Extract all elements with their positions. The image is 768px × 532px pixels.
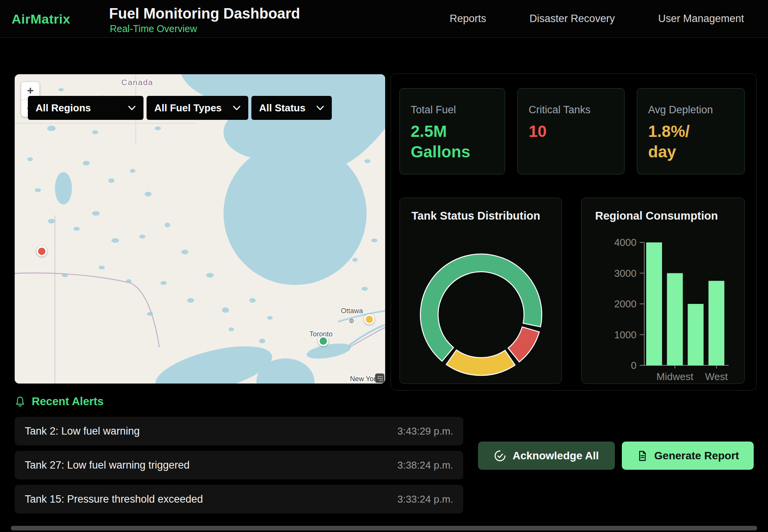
svg-text:4000: 4000: [614, 237, 637, 248]
top-bar: AirMatrix Fuel Monitoring Dashboard Real…: [0, 0, 768, 38]
horizontal-scrollbar[interactable]: [11, 526, 757, 530]
regional-consumption-chart-panel: Regional Consumption 01000200030004000Mi…: [581, 198, 745, 384]
alert-text: Tank 27: Low fuel warning triggered: [25, 459, 189, 471]
app-logo: AirMatrix: [12, 11, 70, 26]
alerts-title: Recent Alerts: [32, 395, 104, 408]
nav-user-management[interactable]: User Management: [658, 13, 744, 25]
alert-text: Tank 2: Low fuel warning: [25, 425, 140, 437]
donut-segment-critical: [508, 327, 539, 362]
map-marker-layer: [15, 74, 385, 384]
alert-row[interactable]: Tank 27: Low fuel warning triggered 3:38…: [15, 451, 463, 479]
chart-title: Tank Status Distribution: [411, 210, 540, 222]
stat-label: Critical Tanks: [529, 104, 613, 116]
svg-text:1000: 1000: [614, 329, 637, 341]
fuel-type-filter-value: All Fuel Types: [154, 102, 222, 114]
generate-report-label: Generate Report: [654, 450, 739, 462]
tank-status-chart-panel: Tank Status Distribution: [399, 198, 562, 384]
page-title: Fuel Monitoring Dashboard: [109, 5, 300, 22]
check-circle-icon: [494, 450, 506, 462]
svg-text:0: 0: [631, 360, 637, 371]
stat-value-avg-depletion: 1.8%/ day: [648, 121, 734, 162]
chevron-down-icon: [233, 106, 241, 111]
stat-card-avg-depletion: Avg Depletion 1.8%/ day: [637, 88, 745, 174]
nav-reports[interactable]: Reports: [450, 13, 486, 25]
nav-disaster-recovery[interactable]: Disaster Recovery: [529, 13, 615, 25]
overview-panel: Total Fuel 2.5M Gallons Critical Tanks 1…: [391, 73, 757, 390]
acknowledge-all-button[interactable]: Acknowledge All: [478, 442, 615, 470]
alert-row[interactable]: Tank 15: Pressure threshold exceeded 3:3…: [15, 485, 463, 513]
stat-card-critical-tanks: Critical Tanks 10: [517, 88, 625, 174]
stat-label: Avg Depletion: [648, 104, 734, 116]
alert-text: Tank 15: Pressure threshold exceeded: [25, 493, 203, 505]
tank-marker-critical[interactable]: [37, 246, 47, 257]
bell-icon: [15, 396, 26, 408]
acknowledge-all-label: Acknowledge All: [512, 450, 599, 462]
fuel-map[interactable]: Canada Ottawa Toronto New York + − All R…: [15, 74, 385, 384]
tank-marker-normal[interactable]: [318, 336, 329, 346]
chart-title: Regional Consumption: [595, 210, 718, 222]
generate-report-button[interactable]: Generate Report: [622, 442, 754, 470]
chevron-down-icon: [316, 106, 324, 111]
status-filter-value: All Status: [259, 102, 305, 114]
map-filter-bar: All Regions All Fuel Types All Status: [28, 96, 332, 120]
page-subtitle: Real-Time Overview: [110, 23, 197, 34]
chevron-down-icon: [128, 106, 136, 111]
svg-text:2000: 2000: [614, 298, 637, 310]
regional-consumption-bar-chart: 01000200030004000MidwestWest: [582, 225, 745, 384]
status-filter-dropdown[interactable]: All Status: [251, 96, 332, 120]
alerts-header: Recent Alerts: [15, 395, 104, 408]
stat-card-total-fuel: Total Fuel 2.5M Gallons: [399, 88, 505, 174]
svg-text:Midwest: Midwest: [657, 371, 694, 382]
tank-status-donut-chart: [400, 229, 562, 384]
map-resize-handle[interactable]: [375, 373, 384, 383]
alert-timestamp: 3:43:29 p.m.: [397, 425, 453, 437]
bar-4: [708, 281, 724, 365]
grip-dots-icon: [377, 375, 382, 381]
alert-timestamp: 3:38:24 p.m.: [397, 459, 453, 471]
svg-text:3000: 3000: [614, 268, 637, 279]
alert-row[interactable]: Tank 2: Low fuel warning 3:43:29 p.m.: [15, 417, 463, 445]
bar-3: [688, 304, 703, 365]
donut-segment-warning: [446, 350, 515, 375]
fuel-type-filter-dropdown[interactable]: All Fuel Types: [147, 96, 248, 120]
bar-2: [667, 273, 683, 366]
tank-marker-warning[interactable]: [364, 314, 375, 325]
main-nav: Reports Disaster Recovery User Managemen…: [450, 0, 744, 38]
svg-text:West: West: [705, 371, 728, 382]
stat-value-total-fuel: 2.5M Gallons: [411, 121, 494, 162]
alert-timestamp: 3:33:24 p.m.: [397, 493, 453, 505]
region-filter-dropdown[interactable]: All Regions: [28, 96, 143, 120]
document-icon: [637, 450, 648, 462]
region-filter-value: All Regions: [36, 102, 91, 114]
stat-value-critical-tanks: 10: [529, 121, 613, 142]
stat-label: Total Fuel: [411, 104, 494, 116]
bar-1: [646, 242, 662, 365]
